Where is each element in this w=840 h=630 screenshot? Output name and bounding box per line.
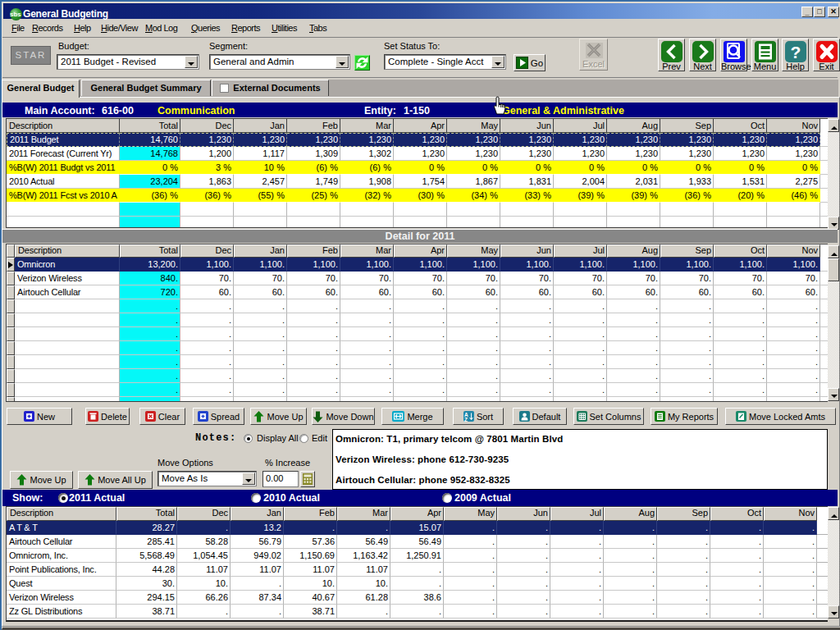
svg-text:Z: Z — [464, 417, 468, 422]
svg-text:?: ? — [790, 43, 801, 62]
